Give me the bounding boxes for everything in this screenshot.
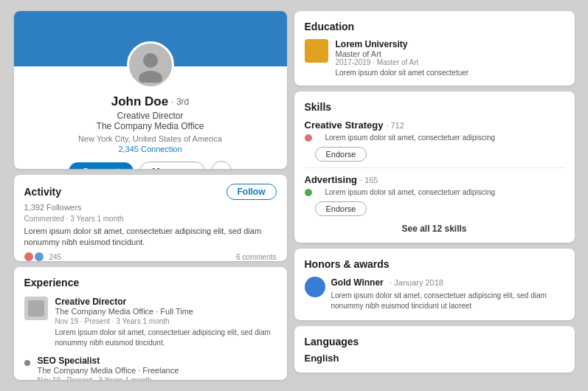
reactions-row: 245 [24,252,62,260]
followers-count: 1,392 Followers [24,203,277,212]
reaction-count: 245 [49,253,62,261]
education-title: Education [305,21,355,32]
endorse-button-1[interactable]: Endorse [315,147,367,162]
main-container: John Doe · 3rd Creative Director The Com… [14,11,575,380]
skill-row-2: Lorem ipsum dolor sit amet, consectetuer… [305,187,564,198]
skill-indicator-2 [305,189,312,196]
edu-dates: 2017-2019 · Master of Art [336,58,469,66]
experience-card: Experience Creative Director The Company… [14,267,287,380]
honors-title: Honors & awards [305,258,390,270]
edu-school: Lorem University [336,39,469,49]
more-button[interactable]: ··· [211,161,232,169]
skill-name-1: Creative Strategy [305,120,384,131]
exp-item-1: Creative Director The Company Media Offi… [24,297,277,348]
svg-point-0 [143,53,158,68]
honor-item: Gold Winner · January 2018 Lorem ipsum d… [305,275,564,311]
see-all-skills[interactable]: See all 12 skills [305,224,564,234]
exp-company-2: The Company Media Office · Freelance [38,366,179,375]
honor-date: · January 2018 [390,278,443,287]
skill-name-row-2: Advertising · 165 [305,174,564,185]
honor-badge [305,277,325,297]
edu-degree: Master of Art [336,49,469,58]
exp-role-1: Creative Director [55,297,277,307]
activity-text: Lorem ipsum dolor sit amet, consectetuer… [24,226,277,249]
profile-company: The Company Media Office [26,121,275,131]
message-button[interactable]: Message [139,162,205,169]
profile-actions: Connect Message ··· [26,161,275,169]
profile-connections[interactable]: 2,345 Connection [26,145,275,153]
follow-button[interactable]: Follow [226,184,277,200]
skill-score-2: · 165 [360,176,378,184]
edu-details: Lorem University Master of Art 2017-2019… [336,39,469,77]
reaction-dots [24,252,44,260]
activity-title: Activity [24,186,62,198]
skill-item-2: Advertising · 165 Lorem ipsum dolor sit … [305,174,564,216]
svg-rect-2 [28,300,44,316]
exp-icon-1 [24,297,48,320]
svg-point-1 [139,71,162,83]
activity-header: Activity Follow [24,184,277,200]
edu-icon [305,39,328,63]
profile-name: John Doe [111,94,168,109]
profile-banner [14,11,287,66]
languages-card: Languages English [294,326,575,373]
skill-name-2: Advertising [305,174,358,185]
honor-winner-row: Gold Winner · January 2018 [331,275,564,288]
skills-divider [305,167,564,168]
exp-company-1: The Company Media Office · Full Time [55,307,277,316]
connect-button[interactable]: Connect [69,162,134,169]
endorse-button-2[interactable]: Endorse [315,201,367,216]
profile-name-row: John Doe · 3rd [26,94,275,109]
exp-dates-1: Nov 19 · Present · 3 Years 1 month [55,317,277,325]
left-panel: John Doe · 3rd Creative Director The Com… [14,11,287,380]
skill-item-1: Creative Strategy · 712 Lorem ipsum dolo… [305,120,564,162]
skill-desc-1: Lorem ipsum dolor sit amet, consectetuer… [325,133,496,143]
exp-dates-2: Nov 19 · Present · 3 Years 1 month [38,376,179,380]
bullet-icon-2 [24,360,30,366]
edu-item: Lorem University Master of Art 2017-2019… [305,39,564,77]
reaction-dot-red [24,252,33,260]
activity-card: Activity Follow 1,392 Followers Commente… [14,175,287,261]
right-panel: Education Lorem University Master of Art… [294,11,575,380]
activity-meta: Commented · 3 Years 1 month [24,215,277,223]
language-english: English [305,353,564,364]
activity-footer: 245 6 comments [24,252,277,260]
honor-desc: Lorem ipsum dolor sit amet, consectetuer… [331,291,564,311]
avatar-wrap [127,41,174,89]
profile-title: Creative Director [26,111,275,121]
edu-desc: Lorem ipsum dolor sit amet consectetuer [336,69,469,77]
comment-count: 6 comments [236,253,276,261]
skills-title: Skills [305,101,332,113]
skill-desc-2: Lorem ipsum dolor sit amet, consectetuer… [325,187,496,198]
exp-details-1: Creative Director The Company Media Offi… [55,297,277,348]
honor-details: Gold Winner · January 2018 Lorem ipsum d… [331,275,564,311]
exp-desc-1: Lorem ipsum dolor sit amet, consectetuer… [55,328,277,348]
skill-score-1: · 712 [386,121,404,130]
exp-role-2: SEO Specialist [38,356,179,366]
languages-title: Languages [305,336,359,347]
experience-title: Experience [24,277,80,288]
education-card: Education Lorem University Master of Art… [294,11,575,86]
profile-location: New York City, United States of America [26,134,275,143]
degree-badge: · 3rd [171,97,189,107]
skill-row-1: Lorem ipsum dolor sit amet, consectetuer… [305,133,564,143]
avatar [127,41,174,89]
honors-card: Honors & awards Gold Winner · January 20… [294,249,575,320]
reaction-dot-blue [35,252,44,260]
profile-card: John Doe · 3rd Creative Director The Com… [14,11,287,169]
exp-item-2: SEO Specialist The Company Media Office … [24,356,277,380]
skill-name-row-1: Creative Strategy · 712 [305,120,564,131]
exp-details-2: SEO Specialist The Company Media Office … [38,356,179,380]
honor-winner-label: Gold Winner [331,277,384,288]
skills-card: Skills Creative Strategy · 712 Lorem ips… [294,91,575,243]
skill-indicator-1 [305,134,312,142]
